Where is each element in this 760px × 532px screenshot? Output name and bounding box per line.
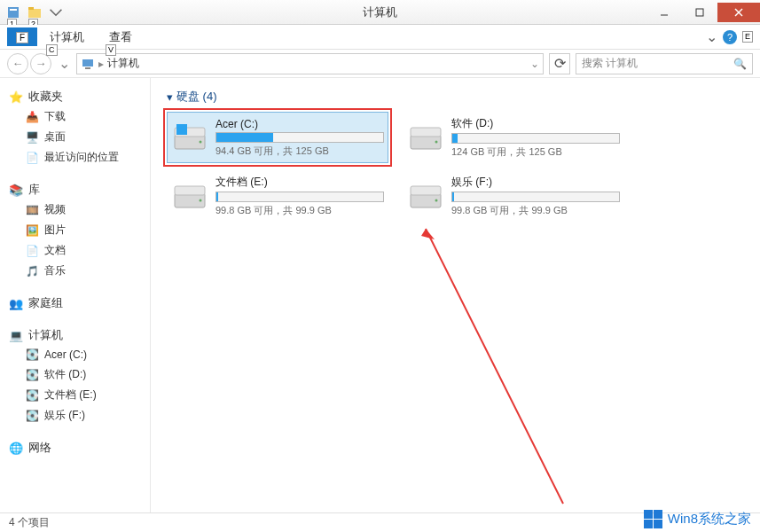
drive-item[interactable]: 娱乐 (F:) 99.8 GB 可用，共 99.9 GB [403,170,624,222]
tab-label: 计算机 [50,30,84,43]
computer-header[interactable]: 💻计算机 [4,325,146,345]
forward-button[interactable]: → [30,53,51,74]
svg-rect-18 [175,186,205,195]
help-icon[interactable]: ? [723,30,737,44]
address-segment[interactable]: 计算机 [107,56,139,71]
svg-point-13 [200,141,202,144]
sidebar-item-documents[interactable]: 📄文档 [4,240,146,261]
drive-icon [407,119,444,156]
svg-rect-9 [85,67,90,69]
drive-stat: 124 GB 可用，共 125 GB [451,145,620,159]
svg-point-16 [435,141,438,144]
ribbon-tab-view[interactable]: 查看 V [97,27,145,48]
documents-icon: 📄 [25,244,39,258]
qat-properties-button[interactable]: 1 [4,3,23,22]
keytip: E [742,31,753,43]
computer-icon: 💻 [9,328,23,342]
favorites-header[interactable]: ⭐ 收藏夹 [4,87,146,106]
qat-dropdown[interactable] [46,3,66,22]
drive-usage-bar [451,192,620,202]
sidebar-drive-d[interactable]: 💽软件 (D:) [4,364,146,385]
svg-rect-12 [176,124,187,135]
drive-item[interactable]: 软件 (D:) 124 GB 可用，共 125 GB [403,112,624,163]
sidebar-item-downloads[interactable]: 📥下载 [4,106,146,127]
svg-point-19 [200,200,202,202]
sidebar-item-desktop[interactable]: 🖥️桌面 [4,127,146,147]
address-dropdown-icon[interactable]: ⌄ [530,58,539,70]
group-header-drives[interactable]: ▾ 硬盘 (4) [167,89,744,105]
sidebar-item-videos[interactable]: 🎞️视频 [4,200,146,220]
drive-usage-bar [215,192,384,202]
computer-group: 💻计算机 💽Acer (C:) 💽软件 (D:) 💽文件档 (E:) 💽娱乐 (… [4,325,146,426]
library-icon: 📚 [9,183,23,197]
keytip: V [106,44,116,56]
favorites-group: ⭐ 收藏夹 📥下载 🖥️桌面 📄最近访问的位置 [4,87,146,168]
quick-access-toolbar: 1 2 [0,3,66,22]
sidebar-drive-c[interactable]: 💽Acer (C:) [4,345,146,364]
refresh-button[interactable]: ⟳ [549,53,570,74]
sidebar-drive-e[interactable]: 💽文件档 (E:) [4,385,146,405]
drive-usage-bar [215,132,384,143]
drive-info: Acer (C:) 94.4 GB 可用，共 125 GB [215,118,384,158]
network-header[interactable]: 🌐网络 [4,438,146,458]
qat-new-folder-button[interactable]: 2 [25,3,44,22]
drive-info: 娱乐 (F:) 99.8 GB 可用，共 99.9 GB [451,175,620,217]
search-box[interactable]: 搜索 计算机 🔍 [576,53,753,74]
collapse-icon: ▾ [167,90,173,104]
svg-line-23 [426,229,563,504]
drive-info: 文件档 (E:) 99.8 GB 可用，共 99.9 GB [215,175,384,217]
homegroup-icon: 👥 [9,296,23,310]
drive-icon: 💽 [25,348,39,362]
maximize-button[interactable] [682,3,717,22]
ribbon-expand-icon[interactable]: ⌄ [706,28,717,45]
minimize-button[interactable] [646,3,682,22]
search-placeholder: 搜索 计算机 [582,56,638,71]
drive-name: Acer (C:) [215,118,384,130]
annotation-arrow [315,184,581,521]
ribbon-tab-computer[interactable]: 计算机 C [37,27,97,48]
drive-info: 软件 (D:) 124 GB 可用，共 125 GB [451,116,620,159]
computer-icon [81,57,95,71]
keytip: C [46,44,58,56]
back-button[interactable]: ← [7,53,28,74]
drive-icon: 💽 [25,388,39,403]
drive-usage-bar [451,133,620,144]
file-tab[interactable]: F [7,27,37,46]
window-title: 计算机 [363,4,397,20]
svg-rect-0 [8,7,19,18]
title-bar: 1 2 计算机 [0,0,760,25]
status-text: 4 个项目 [9,515,50,530]
keytip-box: F [16,32,28,43]
close-button[interactable] [717,3,760,22]
drives-list: Acer (C:) 94.4 GB 可用，共 125 GB 软件 (D:) 12… [167,112,744,222]
drive-stat: 94.4 GB 可用，共 125 GB [215,145,384,158]
svg-rect-15 [411,128,441,137]
tab-label: 查看 [109,30,132,43]
drive-icon [407,177,444,215]
music-icon: 🎵 [25,264,39,278]
sidebar-item-music[interactable]: 🎵音乐 [4,261,146,281]
desktop-icon: 🖥️ [25,130,39,145]
sidebar-item-recent[interactable]: 📄最近访问的位置 [4,147,146,168]
drive-item[interactable]: Acer (C:) 94.4 GB 可用，共 125 GB [167,112,388,163]
network-group: 🌐网络 [4,438,146,458]
libraries-header[interactable]: 📚库 [4,180,146,200]
address-bar[interactable]: ▸ 计算机 ⌄ [76,53,544,74]
windows-logo-icon [644,510,662,528]
drive-stat: 99.8 GB 可用，共 99.9 GB [215,204,384,217]
network-icon: 🌐 [9,441,23,455]
drive-name: 文件档 (E:) [215,175,384,190]
svg-rect-1 [10,9,17,11]
svg-rect-5 [696,9,703,16]
svg-rect-3 [28,7,34,10]
homegroup-header[interactable]: 👥家庭组 [4,293,146,313]
ribbon-right: ⌄ ? E [706,28,760,45]
drive-stat: 99.8 GB 可用，共 99.9 GB [451,204,620,217]
drive-icon [171,177,208,215]
sidebar-item-pictures[interactable]: 🖼️图片 [4,220,146,240]
watermark: Win8系统之家 [644,510,751,528]
sidebar-drive-f[interactable]: 💽娱乐 (F:) [4,405,146,426]
window-controls [646,3,760,22]
recent-locations-button[interactable]: ⌄ [57,53,71,74]
drive-item[interactable]: 文件档 (E:) 99.8 GB 可用，共 99.9 GB [167,170,388,222]
